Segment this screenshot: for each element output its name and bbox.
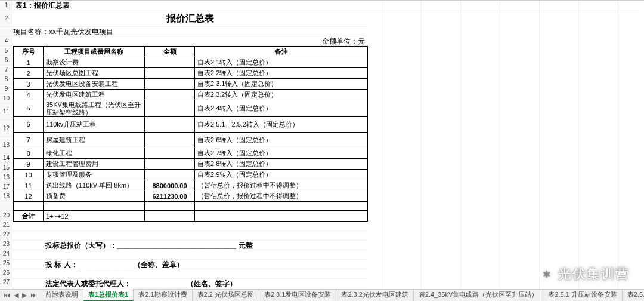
row-header[interactable]: 26	[0, 268, 13, 278]
cell-amount[interactable]	[145, 159, 195, 170]
blank-row	[13, 231, 367, 241]
cell-note[interactable]: 自表2.2转入（固定总价）	[195, 68, 368, 79]
row-header[interactable]: 6	[0, 56, 13, 65]
cell-amount[interactable]	[145, 148, 195, 159]
tab-nav-next-icon[interactable]: ▶	[21, 291, 28, 299]
row-header[interactable]: 27	[0, 278, 13, 287]
row-header[interactable]: 14	[0, 153, 13, 163]
cell-amount[interactable]	[145, 133, 195, 148]
row-header[interactable]: 23	[0, 239, 13, 249]
cell-seq[interactable]: 10	[14, 170, 44, 180]
tab-nav-prev-icon[interactable]: ◀	[13, 291, 20, 299]
row-header[interactable]: 13	[0, 137, 13, 153]
row-header[interactable]: 7	[0, 65, 13, 75]
cell-note[interactable]: 自表2.6转入（固定总价）	[195, 133, 368, 148]
cell-name[interactable]: 勘察设计费	[44, 57, 145, 68]
cell-amount[interactable]	[145, 57, 195, 68]
cell-note[interactable]: 自表2.5.1、2.5.2转入（固定总价）	[195, 117, 368, 133]
cell-seq[interactable]: 合计	[14, 211, 44, 222]
tab-nav-last-icon[interactable]: ⏭	[29, 291, 38, 299]
cell-note[interactable]: 自表2.9转入（固定总价）	[195, 170, 368, 180]
row-header[interactable]: 20	[0, 211, 13, 220]
cell-seq[interactable]: 6	[14, 117, 44, 133]
cell-note[interactable]: 自表2.3.2转入（固定总价）	[195, 90, 368, 100]
cell-note[interactable]	[195, 202, 368, 211]
table-row: 8绿化工程自表2.7转入（固定总价）	[14, 148, 368, 159]
cell-name[interactable]	[44, 202, 145, 211]
cell-name[interactable]: 房屋建筑工程	[44, 133, 145, 148]
cell-seq[interactable]: 12	[14, 191, 44, 202]
cell-note[interactable]: 自表2.7转入（固定总价）	[195, 148, 368, 159]
row-header[interactable]: 24	[0, 249, 13, 259]
cell-note[interactable]: 自表2.4转入（固定总价）	[195, 100, 368, 117]
cell-seq[interactable]: 9	[14, 159, 44, 170]
sheet-tab[interactable]: 表1总报价表1	[83, 289, 134, 301]
cell-note[interactable]	[195, 211, 368, 222]
row-header[interactable]: 10	[0, 94, 13, 103]
cell-amount[interactable]	[145, 79, 195, 90]
cell-name[interactable]: 光伏发电区建筑工程	[44, 90, 145, 100]
cell-seq[interactable]: 5	[14, 100, 44, 117]
row-header[interactable]: 11	[0, 103, 13, 120]
row-header[interactable]: 17	[0, 182, 13, 192]
cell-amount[interactable]	[145, 100, 195, 117]
row-header[interactable]: 12	[0, 120, 13, 137]
cell-name[interactable]: 光伏发电区设备安装工程	[44, 79, 145, 90]
row-header[interactable]: 9	[0, 84, 13, 94]
cell-amount[interactable]	[145, 211, 195, 222]
cell-name[interactable]: 专项管理及服务	[44, 170, 145, 180]
cell-amount[interactable]	[145, 170, 195, 180]
row-header[interactable]: 18	[0, 192, 13, 201]
cell-seq[interactable]: 1	[14, 57, 44, 68]
sheet-tab[interactable]: 表2.3.2光伏发电区建筑	[336, 289, 413, 301]
cell-amount[interactable]: 6211230.00	[145, 191, 195, 202]
cell-note[interactable]: （暂估总价，报价过程中不得调整）	[195, 180, 368, 191]
row-header[interactable]: 1	[0, 1, 13, 10]
cell-seq[interactable]: 3	[14, 79, 44, 90]
row-header[interactable]: 5	[0, 46, 13, 56]
row-header[interactable]: 22	[0, 230, 13, 239]
cell-name[interactable]: 绿化工程	[44, 148, 145, 159]
cell-seq[interactable]: 11	[14, 180, 44, 191]
row-header[interactable]: 25	[0, 259, 13, 268]
cell-seq[interactable]: 7	[14, 133, 44, 148]
cell-seq[interactable]: 8	[14, 148, 44, 159]
row-header[interactable]: 8	[0, 75, 13, 84]
cell-seq[interactable]: 2	[14, 68, 44, 79]
cell-seq[interactable]: 4	[14, 90, 44, 100]
row-header[interactable]: 4	[0, 36, 13, 46]
sheet-tab[interactable]: 表2.4_35kV集电线路（光伏区至升压站）	[414, 289, 543, 301]
sheet-tab[interactable]: 表2.2 光伏场区总图	[193, 289, 259, 301]
sheet-tab[interactable]: 表2.5.2_110kV升压站建筑报价清单计价表	[623, 289, 644, 301]
row-header[interactable]: 16	[0, 173, 13, 182]
cell-name[interactable]: 预备费	[44, 191, 145, 202]
cell-name[interactable]: 110kv升压站工程	[44, 117, 145, 133]
sheet-tab[interactable]: 表2.5.1 升压站设备安装	[543, 289, 623, 301]
cell-amount[interactable]: 8800000.00	[145, 180, 195, 191]
cell-amount[interactable]	[145, 90, 195, 100]
row-header[interactable]	[0, 27, 13, 36]
row-header[interactable]: 21	[0, 220, 13, 230]
cell-amount[interactable]	[145, 117, 195, 133]
row-header[interactable]: 2	[0, 10, 13, 27]
col-amount: 金额	[145, 47, 195, 57]
cell-note[interactable]: 自表2.3.1转入（固定总价）	[195, 79, 368, 90]
row-header[interactable]: 15	[0, 163, 13, 173]
cell-note[interactable]: 自表2.8转入（固定总价）	[195, 159, 368, 170]
cell-name[interactable]: 建设工程管理费用	[44, 159, 145, 170]
cell-name[interactable]: 1+~+12	[44, 211, 145, 222]
cell-amount[interactable]	[145, 68, 195, 79]
cell-note[interactable]: 自表2.1转入（固定总价）	[195, 57, 368, 68]
cell-note[interactable]: （暂估总价，报价过程中不得调整）	[195, 191, 368, 202]
cell-name[interactable]: 送出线路（110kV 单回 8km）	[44, 180, 145, 191]
cell-amount[interactable]	[145, 202, 195, 211]
sheet-tab[interactable]: 前附表说明	[41, 289, 83, 301]
cell-name[interactable]: 35KV集电线路工程（光伏区至升压站架空线路）	[44, 100, 145, 117]
cell-seq[interactable]	[14, 202, 44, 211]
table-row: 535KV集电线路工程（光伏区至升压站架空线路）自表2.4转入（固定总价）	[14, 100, 368, 117]
sheet-tab[interactable]: 表2.1勘察设计费	[134, 289, 192, 301]
row-header[interactable]	[0, 201, 13, 211]
tab-nav-first-icon[interactable]: ⏮	[2, 291, 11, 299]
cell-name[interactable]: 光伏场区总图工程	[44, 68, 145, 79]
sheet-tab[interactable]: 表2.3.1发电区设备安装	[259, 289, 336, 301]
